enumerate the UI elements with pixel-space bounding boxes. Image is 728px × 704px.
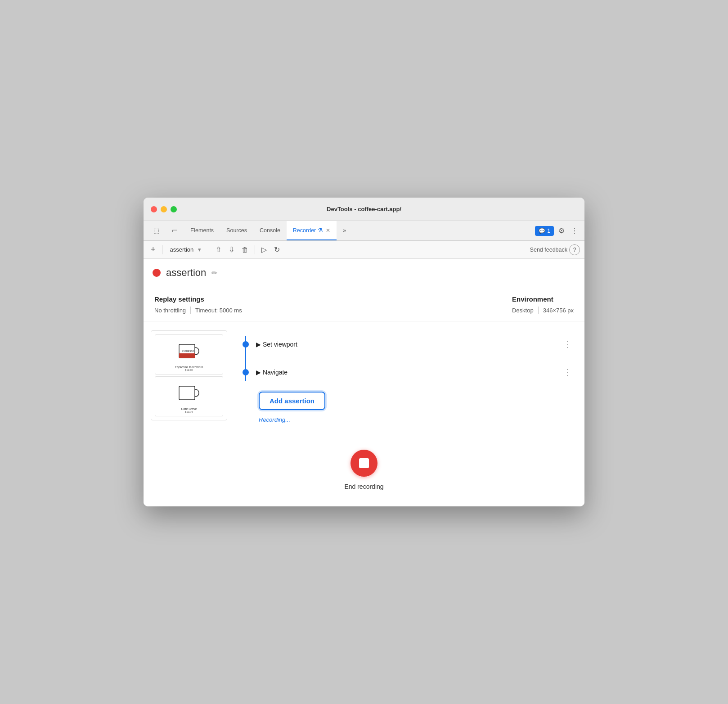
help-button[interactable]: ? [569,244,580,255]
recording-title: assertion [166,267,206,279]
mug-svg-2 [175,379,202,406]
mug-1-label: Espresso Macchiato [175,366,203,369]
tabs-spacer [352,221,535,240]
step-dot-2 [243,369,249,375]
recording-name-selector[interactable]: assertion ▾ [166,245,206,254]
step-label-1: ▶ Set viewport [256,341,553,348]
recorder-tab-label: Recorder [293,227,316,234]
more-tabs-icon: » [343,227,346,234]
stop-icon [359,458,369,468]
mug-item-1[interactable]: ESPRESSO Espresso Macchiato $12.00 [155,334,223,375]
timeline: ▶ Set viewport ⋮ ▶ Navigate ⋮ [243,330,575,386]
gear-icon: ⚙ [558,227,565,235]
edit-title-icon[interactable]: ✏ [211,269,217,277]
download-icon: ⇩ [229,245,234,254]
mug-svg-1: ESPRESSO [175,338,202,365]
close-button[interactable] [151,206,157,212]
svg-text:ESPRESSO: ESPRESSO [182,350,194,352]
steps-content: ▶ Set viewport ⋮ ▶ Navigate ⋮ Add assert… [234,330,584,427]
recording-status: Recording... [259,416,290,423]
feedback-badge-button[interactable]: 💬 1 [535,226,554,236]
end-recording-section: End recording [144,436,584,506]
tab-elements[interactable]: Elements [184,221,220,240]
recorder-flask-icon: ⚗ [318,227,323,234]
add-assertion-area: Add assertion Recording... [243,386,575,427]
titlebar: DevTools - coffee-cart.app/ [144,198,584,221]
replay-settings-row: No throttling Timeout: 5000 ms [154,307,242,314]
add-recording-button[interactable]: + [148,243,158,256]
replay-icon: ↻ [274,245,280,254]
env-divider [538,307,539,314]
question-mark-icon: ? [573,247,576,253]
step-more-menu-1[interactable]: ⋮ [560,338,575,351]
settings-button[interactable]: ⚙ [557,225,566,237]
more-options-button[interactable]: ⋮ [569,225,580,237]
main-content: assertion ✏ Replay settings No throttlin… [144,259,584,506]
tab-selector-icon[interactable]: ⬚ [147,221,166,240]
tabs-right-controls: 💬 1 ⚙ ⋮ [535,221,584,240]
toolbar-sep-1 [162,245,162,254]
sources-tab-label: Sources [226,227,247,234]
svg-rect-1 [179,353,195,358]
maximize-button[interactable] [171,206,177,212]
download-button[interactable]: ⇩ [226,244,237,256]
tab-sources[interactable]: Sources [220,221,253,240]
step-label-2: ▶ Navigate [256,369,553,376]
mug-2-label: Cafe Breve [181,407,197,411]
steps-area: ESPRESSO Espresso Macchiato $12.00 Cafe [144,321,584,436]
elements-tab-label: Elements [190,227,214,234]
timeout-value[interactable]: Timeout: 5000 ms [195,307,242,314]
delete-button[interactable]: 🗑 [239,244,251,255]
send-feedback-link[interactable]: Send feedback [530,247,567,253]
recorder-close-icon[interactable]: ✕ [326,227,330,234]
toolbar-sep-3 [255,245,255,254]
add-assertion-button[interactable]: Add assertion [259,392,325,410]
traffic-lights [151,206,177,212]
step-navigate: ▶ Navigate ⋮ [243,358,575,386]
chevron-down-icon: ▾ [198,246,201,253]
recording-name-text: assertion [170,246,194,253]
chat-icon: 💬 [539,228,545,234]
window-title: DevTools - coffee-cart.app/ [327,206,401,212]
preview-image: ESPRESSO Espresso Macchiato $12.00 Cafe [151,330,227,420]
stop-recording-button[interactable] [351,450,377,477]
mug-1-price: $12.00 [185,369,193,371]
export-button[interactable]: ⇧ [213,244,224,256]
play-icon: ▷ [261,245,267,254]
replay-settings: Replay settings No throttling Timeout: 5… [154,295,242,314]
env-size: 346×756 px [543,307,574,314]
throttle-value[interactable]: No throttling [154,307,186,314]
steps-preview: ESPRESSO Espresso Macchiato $12.00 Cafe [144,330,234,427]
minimize-button[interactable] [161,206,167,212]
step-more-menu-2[interactable]: ⋮ [560,366,575,379]
play-button[interactable]: ▷ [259,244,270,256]
toolbar-sep-2 [209,245,209,254]
replay-settings-title: Replay settings [154,295,242,303]
settings-divider [190,307,191,314]
env-preset[interactable]: Desktop [512,307,534,314]
console-tab-label: Console [260,227,280,234]
recorder-toolbar: + assertion ▾ ⇧ ⇩ 🗑 ▷ ↻ Send feedback ? [144,241,584,259]
tab-more[interactable]: » [337,221,352,240]
badge-count: 1 [547,228,550,234]
recording-header: assertion ✏ [144,259,584,286]
tab-console[interactable]: Console [253,221,287,240]
device-icon: ▭ [172,227,178,234]
tab-device-icon[interactable]: ▭ [166,221,184,240]
tab-recorder[interactable]: Recorder ⚗ ✕ [287,221,337,240]
export-icon: ⇧ [216,245,221,254]
mug-item-2[interactable]: Cafe Breve $13.75 [155,376,223,416]
more-icon: ⋮ [571,227,578,235]
recording-indicator [153,269,161,277]
end-recording-label: End recording [344,483,383,490]
step-set-viewport: ▶ Set viewport ⋮ [243,330,575,358]
step-dot-1 [243,341,249,347]
devtools-tabs: ⬚ ▭ Elements Sources Console Recorder ⚗ … [144,221,584,241]
selector-icon: ⬚ [153,227,159,234]
settings-section: Replay settings No throttling Timeout: 5… [144,286,584,321]
env-row: Desktop 346×756 px [512,307,574,314]
env-title: Environment [512,295,574,303]
devtools-window: DevTools - coffee-cart.app/ ⬚ ▭ Elements… [144,198,584,506]
add-icon: + [151,245,156,254]
replay-button[interactable]: ↻ [271,244,283,256]
